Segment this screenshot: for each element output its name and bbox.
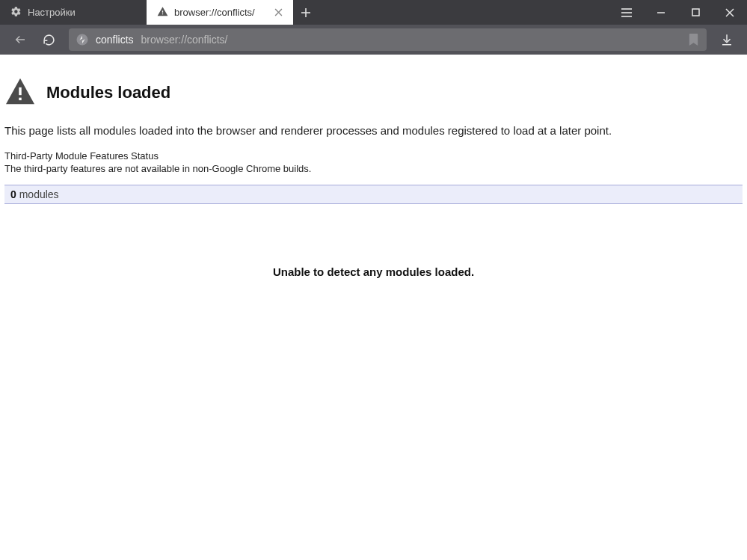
svg-rect-16 — [19, 87, 21, 95]
svg-rect-8 — [692, 9, 699, 16]
tab-settings[interactable]: Настройки — [0, 0, 147, 25]
tab-label: browser://conflicts/ — [174, 7, 255, 18]
modules-count: 0 — [10, 188, 16, 200]
feature-status-note: The third-party features are not availab… — [4, 163, 743, 174]
modules-word: modules — [16, 188, 59, 200]
address-bar[interactable]: conflicts browser://conflicts/ — [69, 28, 707, 51]
warning-triangle-icon — [4, 77, 36, 108]
address-text: conflicts browser://conflicts/ — [96, 34, 228, 46]
warning-triangle-icon — [157, 6, 168, 19]
new-tab-button[interactable] — [293, 0, 319, 25]
tab-label: Настройки — [28, 7, 76, 18]
reload-button[interactable] — [36, 28, 61, 52]
downloads-button[interactable] — [714, 28, 740, 52]
modules-count-bar: 0 modules — [4, 185, 743, 204]
feature-status-heading: Third-Party Module Features Status — [4, 150, 743, 161]
maximize-button[interactable] — [678, 0, 713, 25]
tab-bar: Настройки browser://conflicts/ — [0, 0, 747, 25]
svg-rect-17 — [19, 98, 21, 100]
window-controls — [609, 0, 747, 25]
tab-conflicts[interactable]: browser://conflicts/ — [147, 0, 293, 25]
tab-close-button[interactable] — [271, 7, 286, 19]
address-host: conflicts — [96, 34, 134, 46]
menu-button[interactable] — [609, 0, 644, 25]
page-content: Modules loaded This page lists all modul… — [0, 55, 747, 560]
address-path: browser://conflicts/ — [141, 34, 228, 46]
minimize-button[interactable] — [644, 0, 678, 25]
gear-icon — [10, 6, 22, 19]
page-heading-row: Modules loaded — [4, 77, 743, 108]
page-title: Modules loaded — [46, 83, 170, 102]
site-info-icon[interactable] — [75, 32, 90, 47]
close-window-button[interactable] — [713, 0, 747, 25]
bookmark-button[interactable] — [686, 32, 701, 47]
page-description: This page lists all modules loaded into … — [4, 124, 743, 137]
empty-message: Unable to detect any modules loaded. — [4, 265, 743, 278]
back-button[interactable] — [7, 28, 33, 52]
toolbar: conflicts browser://conflicts/ — [0, 25, 747, 55]
